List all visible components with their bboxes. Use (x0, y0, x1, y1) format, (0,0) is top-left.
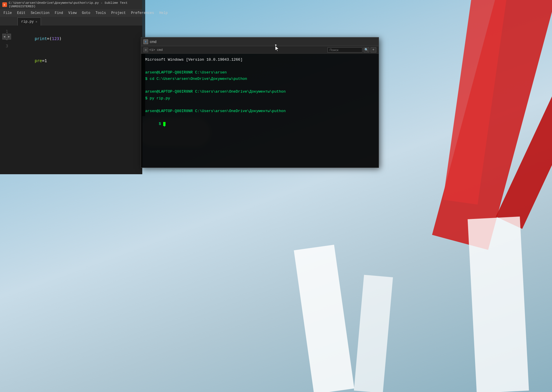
cmd-line-blank-1 (145, 63, 375, 69)
tab-nav-buttons: ◀ ▶ (2, 34, 11, 39)
sublime-text-window: S C:\Users\arsen\OneDrive\Документы\puth… (0, 0, 142, 174)
cmd-tabbar: ⊞ <1> cmd 🔍 + (141, 46, 379, 54)
cmd-add-button[interactable]: + (371, 47, 376, 53)
cmd-logo-icon: C (143, 39, 148, 44)
menu-tools[interactable]: Tools (93, 10, 108, 16)
cmd-title-text: cmd (150, 40, 157, 44)
cmd-line-version: Microsoft Windows [Version 10.0.19043.12… (145, 57, 375, 63)
tab-close-button[interactable]: ✕ (35, 20, 37, 24)
cmd-line-prompt-2: arsen@LAPTOP-Q80IR8NR C:\Users\arsen\One… (145, 89, 375, 95)
cmd-line-cd: $ cd C:\Users\arsen\OneDrive\Документы\p… (145, 76, 375, 82)
svg-text:S: S (4, 4, 5, 6)
code-line-1: print=(123) (15, 28, 139, 50)
code-line-2: pre=1 (15, 50, 139, 72)
menu-goto[interactable]: Goto (80, 10, 93, 16)
cmd-search-input[interactable] (328, 47, 362, 53)
cmd-line-prompt-3: arsen@LAPTOP-Q80IR8NR C:\Users\arsen\One… (145, 108, 375, 114)
sublime-titlebar: S C:\Users\arsen\OneDrive\Документы\puth… (0, 0, 142, 9)
sublime-logo-icon: S (2, 2, 7, 7)
menu-project[interactable]: Project (109, 10, 128, 16)
menu-help[interactable]: Help (157, 10, 170, 16)
cmd-line-blank-3 (145, 102, 375, 108)
cmd-tab-1[interactable]: ⊞ <1> cmd (143, 48, 163, 52)
sublime-title-text: C:\Users\arsen\OneDrive\Документы\puthon… (9, 1, 140, 8)
sublime-editor-area[interactable]: 1 2 3 print=(123) pre=1 (0, 26, 142, 174)
tab-next-button[interactable]: ▶ (7, 34, 11, 39)
sublime-tabs-bar: ◀ ▶ rip.py ✕ (0, 17, 142, 26)
code-editor[interactable]: print=(123) pre=1 (12, 26, 142, 174)
cmd-window: C cmd ⊞ <1> cmd 🔍 + Microsoft Windows [V… (141, 37, 379, 168)
line-numbers-gutter: 1 2 3 (0, 26, 12, 174)
menu-preferences[interactable]: Preferences (129, 10, 156, 16)
tab-rip-py[interactable]: rip.py ✕ (17, 17, 41, 26)
menu-find[interactable]: Find (52, 10, 65, 16)
cmd-line-cursor: $ | (145, 114, 375, 134)
cmd-line-blank-2 (145, 82, 375, 89)
cmd-line-prompt-1: arsen@LAPTOP-Q80IR8NR C:\Users\arsen (145, 69, 375, 76)
cmd-tab-label: <1> cmd (149, 48, 163, 52)
sublime-menubar: File Edit Selection Find View Goto Tools… (0, 9, 142, 17)
cmd-line-py-run: $ py rip.py (145, 95, 375, 102)
cmd-content-area: Microsoft Windows [Version 10.0.19043.12… (141, 54, 379, 168)
cmd-search-area: 🔍 + (328, 47, 376, 53)
menu-edit[interactable]: Edit (15, 10, 28, 16)
code-line-3 (15, 72, 139, 79)
menu-file[interactable]: File (1, 10, 14, 16)
tab-prev-button[interactable]: ◀ (2, 34, 6, 39)
mouse-cursor (275, 44, 279, 48)
white-shape-3 (468, 217, 529, 392)
svg-marker-2 (275, 46, 279, 51)
cmd-titlebar: C cmd (141, 37, 379, 46)
line-num-3: 3 (0, 42, 8, 50)
menu-selection[interactable]: Selection (28, 10, 52, 16)
tab-label: rip.py (21, 20, 34, 24)
cmd-search-button[interactable]: 🔍 (364, 47, 369, 53)
menu-view[interactable]: View (66, 10, 79, 16)
